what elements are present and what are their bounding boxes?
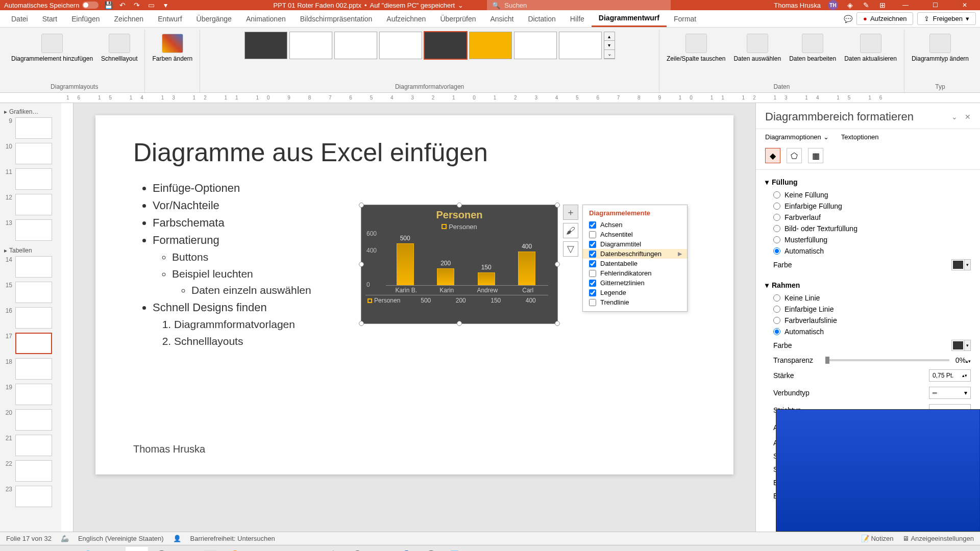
slide-thumb-16[interactable] bbox=[15, 307, 52, 329]
diamond-icon[interactable]: ◈ bbox=[845, 1, 854, 10]
tab-hilfe[interactable]: Hilfe bbox=[563, 10, 592, 27]
slide-thumb-18[interactable] bbox=[15, 358, 52, 380]
border-color-picker[interactable]: ▾ bbox=[951, 340, 971, 351]
search-input[interactable]: 🔍 Suchen bbox=[487, 0, 671, 11]
accessibility-check[interactable]: Barrierefreiheit: Untersuchen bbox=[190, 535, 275, 542]
chart-bar[interactable]: 200 bbox=[437, 268, 454, 285]
edit-data-button[interactable]: Daten bearbeiten bbox=[787, 32, 838, 64]
slide-thumbnails-panel[interactable]: ▸Grafiken…910111213▸Tabellen141516171819… bbox=[0, 103, 61, 532]
autosave-toggle[interactable]: Automatisches Speichern bbox=[4, 2, 99, 9]
excel-icon[interactable]: X bbox=[469, 547, 491, 552]
quick-layout-button[interactable]: Schnelllayout bbox=[99, 32, 139, 64]
maximize-button[interactable]: ☐ bbox=[924, 1, 946, 9]
checkbox[interactable] bbox=[589, 289, 596, 296]
fill-option[interactable]: Bild- oder Texturfüllung bbox=[765, 223, 971, 234]
checkbox[interactable] bbox=[589, 241, 596, 248]
telegram-icon[interactable]: ✈ bbox=[297, 547, 320, 552]
chart-style-6[interactable] bbox=[469, 32, 512, 59]
slide-thumb-17[interactable] bbox=[15, 333, 52, 354]
chart-element-diagrammtitel[interactable]: Diagrammtitel bbox=[583, 239, 687, 249]
fill-color-picker[interactable]: ▾ bbox=[951, 259, 971, 270]
slide-thumb-13[interactable] bbox=[15, 219, 52, 241]
explorer-icon[interactable]: 📁 bbox=[28, 547, 50, 552]
fill-section-header[interactable]: ▾Füllung bbox=[765, 175, 971, 189]
app5-icon[interactable]: ◉ bbox=[371, 547, 393, 552]
checkbox[interactable] bbox=[589, 221, 596, 229]
chart-style-3[interactable] bbox=[334, 32, 377, 59]
fill-line-tab-icon[interactable]: ◆ bbox=[765, 148, 780, 163]
chart-plot-area[interactable]: 0400600500200150400 bbox=[386, 235, 548, 286]
slide-thumb-23[interactable] bbox=[15, 486, 52, 507]
tab-überprüfen[interactable]: Überprüfen bbox=[433, 10, 483, 27]
slide-thumb-20[interactable] bbox=[15, 409, 52, 431]
onenote-icon[interactable]: N bbox=[248, 547, 271, 552]
border-option[interactable]: Automatisch bbox=[765, 326, 971, 337]
chart-x-axis[interactable]: Karin B.KarinAndrewCarl bbox=[386, 287, 548, 294]
slide-thumb-14[interactable] bbox=[15, 256, 52, 278]
chart-filters-button[interactable]: ▽ bbox=[563, 241, 578, 257]
app-icon[interactable]: 💬 bbox=[150, 547, 173, 552]
chart-style-2[interactable] bbox=[289, 32, 332, 59]
record-button[interactable]: ●Aufzeichnen bbox=[856, 12, 913, 25]
transparency-value[interactable]: 0%▴▾ bbox=[955, 356, 971, 364]
checkbox[interactable] bbox=[589, 270, 596, 277]
minimize-button[interactable]: — bbox=[894, 1, 917, 9]
chart-element-fehlerindikatoren[interactable]: Fehlerindikatoren bbox=[583, 268, 687, 278]
chart-legend[interactable]: Personen bbox=[361, 223, 557, 231]
chart-style-8[interactable] bbox=[559, 32, 602, 59]
compound-picker[interactable]: ═▾ bbox=[929, 387, 971, 399]
size-tab-icon[interactable]: ▦ bbox=[808, 148, 823, 163]
tab-start[interactable]: Start bbox=[35, 10, 65, 27]
change-colors-button[interactable]: Farben ändern bbox=[150, 32, 194, 64]
add-chart-element-button[interactable]: Diagrammelement hinzufügen bbox=[9, 32, 95, 64]
chart-style-1[interactable] bbox=[244, 32, 287, 59]
checkbox[interactable] bbox=[589, 299, 596, 306]
border-option[interactable]: Einfarbige Linie bbox=[765, 304, 971, 315]
user-avatar[interactable]: TH bbox=[828, 0, 838, 10]
fill-option[interactable]: Musterfüllung bbox=[765, 234, 971, 245]
checkbox[interactable] bbox=[589, 280, 596, 287]
chart-title[interactable]: Personen bbox=[361, 205, 557, 223]
slide-thumb-9[interactable] bbox=[15, 117, 52, 139]
present-icon[interactable]: ▭ bbox=[146, 1, 156, 10]
redo-icon[interactable]: ↷ bbox=[132, 1, 141, 10]
chart-element-legende[interactable]: Legende bbox=[583, 288, 687, 297]
display-settings-button[interactable]: 🖥 Anzeigeeinstellungen bbox=[902, 535, 974, 542]
save-icon[interactable]: 💾 bbox=[104, 1, 113, 10]
slide-thumb-22[interactable] bbox=[15, 460, 52, 482]
chart-bar[interactable]: 400 bbox=[518, 252, 535, 285]
slide-thumb-10[interactable] bbox=[15, 143, 52, 164]
slide-counter[interactable]: Folie 17 von 32 bbox=[6, 535, 52, 542]
slide-thumb-11[interactable] bbox=[15, 168, 52, 190]
switch-row-col-button[interactable]: Zeile/Spalte tauschen bbox=[665, 32, 727, 64]
app8-icon[interactable]: 📄 bbox=[444, 547, 467, 552]
vlc-icon[interactable]: ▶ bbox=[175, 547, 197, 552]
tab-datei[interactable]: Datei bbox=[4, 10, 35, 27]
fill-option[interactable]: Farbverlauf bbox=[765, 212, 971, 223]
app6-icon[interactable]: 🔵 bbox=[395, 547, 418, 552]
tab-dictation[interactable]: Dictation bbox=[521, 10, 562, 27]
app2-icon[interactable]: 📊 bbox=[199, 547, 222, 552]
more-qat-icon[interactable]: ▾ bbox=[161, 1, 170, 10]
tab-format[interactable]: Format bbox=[667, 10, 703, 27]
slide-thumb-15[interactable] bbox=[15, 282, 52, 303]
firefox-icon[interactable]: 🦊 bbox=[52, 547, 75, 552]
start-button[interactable]: ⊞ bbox=[3, 547, 26, 552]
border-option[interactable]: Farbverlaufslinie bbox=[765, 315, 971, 326]
chart-element-gitternetzlinien[interactable]: Gitternetzlinien bbox=[583, 278, 687, 288]
draw-icon[interactable]: ✎ bbox=[862, 1, 871, 10]
tab-übergänge[interactable]: Übergänge bbox=[189, 10, 239, 27]
window-icon[interactable]: ⊞ bbox=[878, 1, 887, 10]
tab-ansicht[interactable]: Ansicht bbox=[483, 10, 521, 27]
tab-animationen[interactable]: Animationen bbox=[239, 10, 293, 27]
slide-thumb-12[interactable] bbox=[15, 194, 52, 215]
chart-object[interactable]: Personen Personen 0400600500200150400 Ka… bbox=[361, 205, 558, 324]
tab-aufzeichnen[interactable]: Aufzeichnen bbox=[379, 10, 433, 27]
app4-icon[interactable]: 📋 bbox=[322, 547, 344, 552]
chart-bar[interactable]: 150 bbox=[478, 272, 495, 285]
fill-option[interactable]: Keine Füllung bbox=[765, 189, 971, 201]
app7-icon[interactable]: 💬 bbox=[420, 547, 442, 552]
chart-element-datenbeschriftungen[interactable]: Datenbeschriftungen▶ bbox=[583, 249, 687, 259]
chart-element-trendlinie[interactable]: Trendlinie bbox=[583, 297, 687, 307]
fill-option[interactable]: Einfarbige Füllung bbox=[765, 201, 971, 212]
